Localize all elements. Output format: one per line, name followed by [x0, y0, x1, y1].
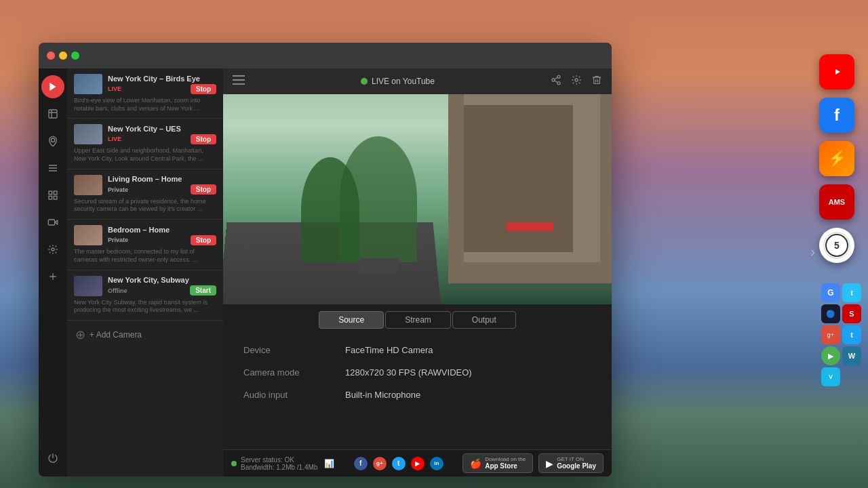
minimize-button[interactable]	[59, 52, 67, 60]
mini-dock-vimeo[interactable]: V	[821, 367, 840, 386]
add-camera-button[interactable]: ⊕ + Add Camera	[67, 321, 223, 349]
tab-output[interactable]: Output	[452, 311, 516, 329]
menu-button[interactable]	[231, 74, 246, 89]
video-preview	[223, 94, 612, 304]
camera-item[interactable]: New York City – Birds Eye LIVE Stop Bird…	[67, 68, 223, 119]
googleplay-sub: GET IT ON	[557, 456, 596, 463]
status-badge: Private	[108, 186, 128, 193]
camera-description: Upper East Side and neighborhood, Manhat…	[74, 147, 216, 163]
device-label: Device	[243, 345, 345, 355]
mini-dock-stumble[interactable]: S	[842, 304, 861, 323]
tab-stream[interactable]: Stream	[385, 311, 451, 329]
stop-button-4[interactable]: Stop	[191, 235, 216, 245]
mini-dock-cluster: G t 🔵 S g+ t ▶ W V	[821, 283, 861, 386]
store-buttons: 🍎 Download on the App Store ▶ GET IT ON …	[462, 453, 604, 474]
camera-mode-label: Camera mode	[243, 367, 345, 378]
settings-button[interactable]	[570, 73, 583, 89]
svg-rect-9	[54, 196, 57, 199]
social-twitter[interactable]: t	[392, 457, 406, 470]
right-panel: LIVE on YouTube	[223, 68, 612, 476]
live-dot	[361, 78, 368, 85]
sidebar-item-power[interactable]	[41, 447, 64, 470]
camera-thumbnail	[74, 175, 102, 195]
mini-dock-app1[interactable]: 🔵	[821, 304, 840, 323]
camera-item[interactable]: Living Room – Home Private Stop Secured …	[67, 169, 223, 220]
svg-rect-1	[49, 110, 57, 118]
camera-thumbnail	[74, 276, 102, 296]
dock-lightning-app[interactable]: ⚡	[819, 141, 854, 176]
svg-text:5: 5	[834, 240, 840, 251]
stop-button-1[interactable]: Stop	[191, 84, 216, 94]
social-facebook[interactable]: f	[354, 457, 368, 470]
audio-input-value: Built-in Microphone	[345, 390, 420, 400]
camera-item[interactable]: Bedroom – Home Private Stop The master b…	[67, 220, 223, 270]
maximize-button[interactable]	[71, 52, 79, 60]
svg-rect-8	[49, 196, 52, 199]
dock-facebook[interactable]: f	[819, 98, 854, 133]
status-badge: LIVE	[108, 136, 121, 142]
social-youtube[interactable]: ▶	[411, 457, 425, 470]
camera-description: The master bedroom, connected to my list…	[74, 248, 216, 264]
sidebar-item-add[interactable]	[41, 265, 64, 288]
start-button-5[interactable]: Start	[190, 285, 216, 296]
sidebar-item-settings[interactable]	[41, 238, 64, 261]
details-panel: Device FaceTime HD Camera Camera mode 12…	[223, 336, 612, 449]
detail-row-device: Device FaceTime HD Camera	[243, 345, 591, 355]
sidebar-item-list[interactable]	[41, 157, 64, 180]
mini-dock-google[interactable]: G	[821, 283, 840, 302]
sidebar-item-logo[interactable]	[41, 75, 64, 98]
svg-rect-6	[49, 191, 52, 195]
sidebar-item-map[interactable]	[41, 102, 64, 125]
server-status-text: Server status: OK	[241, 456, 317, 464]
dock-ams[interactable]: AMS	[819, 184, 854, 220]
live-indicator: LIVE on YouTube	[253, 77, 542, 86]
camera-name: Bedroom – Home	[108, 226, 216, 234]
camera-list: New York City – Birds Eye LIVE Stop Bird…	[67, 68, 223, 476]
social-googleplus[interactable]: g+	[373, 457, 387, 470]
detail-row-audio: Audio input Built-in Microphone	[243, 390, 591, 400]
sidebar-item-grid[interactable]	[41, 184, 64, 207]
apple-icon: 🍎	[470, 458, 481, 469]
camera-thumbnail	[74, 225, 102, 245]
svg-point-2	[51, 138, 54, 142]
svg-marker-0	[50, 83, 56, 91]
camera-name: New York City, Subway	[108, 276, 216, 284]
camera-thumbnail	[74, 74, 102, 94]
delete-button[interactable]	[590, 73, 604, 89]
camera-item[interactable]: New York City, Subway Offline Start New …	[67, 270, 223, 321]
dock-s5[interactable]: 5	[819, 228, 854, 263]
mini-dock-tumblr[interactable]: t	[842, 283, 861, 302]
svg-point-17	[552, 79, 555, 81]
svg-line-20	[555, 77, 558, 79]
mini-dock-wordpress[interactable]: W	[842, 346, 861, 365]
googleplay-button[interactable]: ▶ GET IT ON Google Play	[538, 453, 604, 474]
bottom-bar: Server status: OK Bandwidth: 1.2Mb /1.4M…	[223, 449, 612, 476]
stop-button-2[interactable]: Stop	[191, 134, 216, 144]
camera-item[interactable]: New York City – UES LIVE Stop Upper East…	[67, 119, 223, 169]
mini-dock-play[interactable]: ▶	[821, 346, 840, 365]
desktop-scroll-arrow[interactable]: ›	[810, 244, 815, 260]
sidebar-item-video[interactable]	[41, 211, 64, 234]
dock-youtube[interactable]	[819, 54, 854, 89]
social-linkedin[interactable]: in	[430, 457, 443, 470]
mini-dock-twitter[interactable]: t	[842, 325, 861, 344]
svg-rect-7	[54, 191, 57, 195]
camera-description: New York City Subway, the rapid transit …	[74, 299, 216, 314]
mini-dock-gplus[interactable]: g+	[821, 325, 840, 344]
appstore-name: App Store	[485, 462, 526, 470]
status-badge: Private	[108, 237, 128, 243]
title-bar	[39, 43, 612, 68]
camera-description: Secured stream of a private residence, t…	[74, 198, 216, 214]
close-button[interactable]	[47, 52, 55, 60]
sidebar-item-location[interactable]	[41, 129, 64, 152]
status-dot	[231, 461, 237, 466]
googleplay-icon: ▶	[546, 458, 553, 469]
server-status: Server status: OK Bandwidth: 1.2Mb /1.4M…	[231, 456, 334, 471]
googleplay-name: Google Play	[557, 462, 596, 470]
stop-button-3[interactable]: Stop	[191, 184, 216, 195]
share-button[interactable]	[549, 73, 563, 89]
camera-mode-value: 868x488 30 FPS (RAWVIDEO)	[345, 367, 472, 378]
appstore-button[interactable]: 🍎 Download on the App Store	[462, 453, 533, 474]
tab-source[interactable]: Source	[319, 311, 384, 329]
audio-input-label: Audio input	[243, 390, 345, 400]
